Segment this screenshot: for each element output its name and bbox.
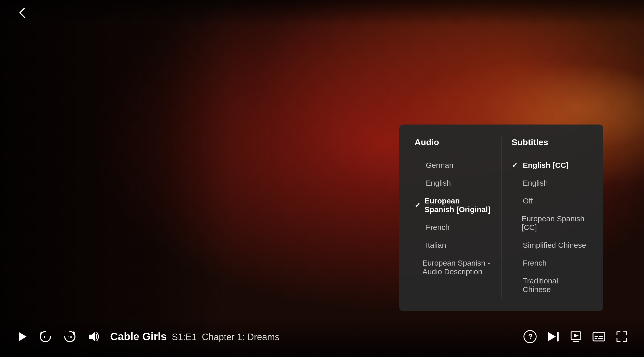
subtitle-item-label: European Spanish [CC] [522,214,588,232]
volume-icon [87,330,100,343]
subtitle-item-off[interactable]: Off [512,192,588,210]
subtitle-item-label: Traditional Chinese [523,277,588,294]
fullscreen-button[interactable] [615,330,629,344]
audio-item-label: English [426,179,451,187]
controls-left: 10 10 [15,329,100,344]
volume-button[interactable] [87,330,100,343]
help-button[interactable]: ? [523,330,537,344]
subtitle-item-english[interactable]: English [512,174,588,192]
play-button[interactable] [15,330,29,343]
subtitle-list: ✓English [CC]EnglishOffEuropean Spanish … [512,156,588,298]
check-icon: ✓ [415,201,420,210]
rewind-button[interactable]: 10 [38,329,53,344]
play-icon [15,330,29,343]
subtitle-item-french[interactable]: French [512,254,588,272]
svg-text:10: 10 [68,335,72,339]
audio-item-label: French [426,223,449,232]
audio-item-italian[interactable]: Italian [415,236,491,254]
svg-marker-0 [19,332,27,341]
audio-panel-title: Audio [415,137,491,147]
skip-next-icon [546,330,560,344]
audio-item-label: German [426,161,453,170]
audio-item-label: Italian [426,241,446,250]
svg-text:10: 10 [44,335,47,339]
audio-item-english[interactable]: English [415,174,491,192]
title-area: Cable Girls S1:E1 Chapter 1: Dreams [110,331,279,343]
svg-rect-16 [595,338,597,339]
rewind-icon: 10 [38,329,53,344]
svg-rect-15 [599,336,603,337]
audio-item-german[interactable]: German [415,156,491,174]
back-arrow-icon [15,6,30,20]
audio-list: GermanEnglish✓European Spanish [Original… [415,156,491,281]
subtitles-icon [592,330,606,344]
help-icon: ? [523,330,537,344]
audio-item-label: European Spanish - Audio Description [422,259,491,276]
controls-right: ? [523,330,629,344]
svg-rect-17 [598,338,603,339]
check-icon: ✓ [512,161,519,170]
subtitle-item-traditional-chinese[interactable]: Traditional Chinese [512,272,588,298]
show-title: Cable Girls [110,331,167,343]
svg-rect-14 [595,336,598,337]
audio-item-label: European Spanish [Original] [424,197,491,214]
audio-item-european-spanish[interactable]: ✓European Spanish [Original] [415,192,491,218]
subtitle-item-european-spanish-cc[interactable]: European Spanish [CC] [512,210,588,236]
figure-overlay [0,0,229,357]
subtitle-item-label: Off [523,197,533,205]
subtitle-item-label: English [523,179,548,187]
subtitles-button[interactable] [592,330,606,344]
back-button[interactable] [15,6,30,20]
fullscreen-icon [615,330,629,344]
av-panel: Audio GermanEnglish✓European Spanish [Or… [399,125,603,311]
queue-button[interactable] [569,330,583,344]
bottom-bar: 10 10 Cable Girls S1:E1 Chapter 1: Dream… [0,316,644,357]
svg-text:?: ? [528,333,533,340]
subtitle-item-label: French [523,259,547,267]
panel-divider [501,137,501,298]
queue-icon [569,330,583,344]
audio-column: Audio GermanEnglish✓European Spanish [Or… [415,137,491,298]
subtitle-item-english-cc[interactable]: ✓English [CC] [512,156,588,174]
audio-item-french[interactable]: French [415,218,491,236]
subtitle-item-simplified-chinese[interactable]: Simplified Chinese [512,236,588,254]
svg-rect-9 [557,332,559,341]
svg-rect-11 [573,341,579,342]
subtitles-panel-title: Subtitles [512,137,588,147]
audio-item-audio-description[interactable]: European Spanish - Audio Description [415,254,491,281]
forward-icon: 10 [62,329,78,344]
subtitle-item-label: Simplified Chinese [523,241,586,250]
svg-marker-8 [548,332,556,341]
top-bar [0,0,644,25]
forward-button[interactable]: 10 [62,329,78,344]
subtitle-item-label: English [CC] [523,161,569,170]
skip-button[interactable] [546,330,560,344]
subtitles-column: Subtitles ✓English [CC]EnglishOffEuropea… [512,137,588,298]
svg-marker-12 [574,334,579,337]
episode-info: S1:E1 Chapter 1: Dreams [172,332,279,342]
svg-marker-5 [89,332,95,341]
